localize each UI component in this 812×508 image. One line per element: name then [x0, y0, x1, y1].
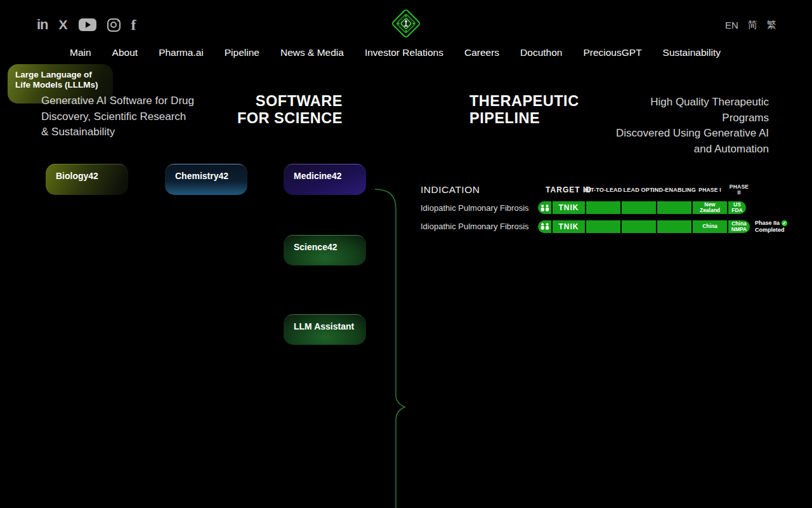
- phase-i-cell: China: [693, 220, 727, 233]
- nav-careers[interactable]: Careers: [464, 47, 499, 58]
- nav-investor-relations[interactable]: Investor Relations: [365, 47, 443, 58]
- pipeline-row-ipf-1[interactable]: Idiopathic Pulmonary Fibrosis TNIK New Z…: [421, 201, 801, 214]
- hit-to-lead-cell: [586, 201, 620, 214]
- page: in X f EN 简 繁 Main About Pharma.ai Pip: [0, 0, 812, 508]
- nav-pharma-ai[interactable]: Pharma.ai: [159, 47, 204, 58]
- col-target-id: TARGET ID: [553, 185, 585, 194]
- nav-main[interactable]: Main: [70, 47, 91, 58]
- hit-to-lead-cell: [586, 220, 620, 233]
- phase-i-cell: New Zealand: [693, 201, 727, 214]
- col-lead-opt: LEAD OPT.: [622, 187, 656, 193]
- facebook-icon[interactable]: f: [131, 17, 136, 33]
- target-id-cell: TNIK: [553, 220, 585, 233]
- nav-pipeline[interactable]: Pipeline: [225, 47, 259, 58]
- main-nav: Main About Pharma.ai Pipeline News & Med…: [70, 47, 721, 58]
- pipeline-row-ipf-2[interactable]: Idiopathic Pulmonary Fibrosis TNIK China…: [421, 220, 801, 233]
- medicine42-card[interactable]: Medicine42: [284, 164, 366, 195]
- science42-card[interactable]: Science42: [284, 235, 366, 265]
- social-links: in X f: [37, 17, 136, 33]
- col-phase-ii: PHASE II: [728, 184, 750, 196]
- software-for-science-title: SOFTWARE FOR SCIENCE: [216, 93, 343, 126]
- pipeline-header: INDICATION TARGET ID HIT-TO-LEAD LEAD OP…: [421, 184, 801, 196]
- therapeutic-pipeline-title: THERAPEUTIC PIPELINE: [469, 93, 579, 126]
- col-ind-enabling: IND-ENABLING: [657, 187, 691, 193]
- phase-ii-cell: US FDA: [728, 201, 746, 214]
- lead-opt-cell: [622, 201, 656, 214]
- nav-sustainability[interactable]: Sustainability: [663, 47, 721, 58]
- ind-enabling-cell: [657, 220, 691, 233]
- phase-note-line2: Completed: [755, 227, 785, 233]
- phase-ii-cell: China NMPA: [728, 220, 750, 233]
- connector-line: [355, 178, 419, 508]
- hero-right-text: High Quality Therapeutic Programs Discov…: [606, 95, 769, 157]
- pipeline-table: INDICATION TARGET ID HIT-TO-LEAD LEAD OP…: [421, 184, 801, 233]
- language-switcher: EN 简 繁: [725, 19, 776, 31]
- col-hit-to-lead: HIT-TO-LEAD: [586, 187, 620, 193]
- indication-header: INDICATION: [421, 184, 538, 196]
- lang-zh-traditional[interactable]: 繁: [767, 19, 776, 31]
- lead-opt-cell: [622, 220, 656, 233]
- indication-label: Idiopathic Pulmonary Fibrosis: [421, 203, 538, 213]
- phase-note: Phase IIa✓ Completed: [755, 220, 787, 233]
- ind-enabling-cell: [657, 201, 691, 214]
- check-icon: ✓: [782, 220, 787, 226]
- x-icon[interactable]: X: [59, 17, 68, 33]
- lang-zh-simplified[interactable]: 简: [748, 19, 757, 31]
- target-id-cell: TNIK: [553, 201, 585, 214]
- nav-preciousgpt[interactable]: PreciousGPT: [583, 47, 641, 58]
- biology42-card[interactable]: Biology42: [46, 164, 128, 195]
- indication-label: Idiopathic Pulmonary Fibrosis: [421, 222, 538, 231]
- instagram-icon[interactable]: [107, 17, 121, 33]
- nav-docuthon[interactable]: Docuthon: [520, 47, 562, 58]
- chemistry42-card[interactable]: Chemistry42: [165, 164, 247, 195]
- lang-en[interactable]: EN: [725, 20, 738, 30]
- llm-assistant-card[interactable]: LLM Assistant: [284, 314, 366, 345]
- patients-icon: [538, 201, 551, 214]
- nav-about[interactable]: About: [112, 47, 138, 58]
- nav-news-media[interactable]: News & Media: [280, 47, 344, 58]
- linkedin-icon[interactable]: in: [37, 17, 48, 33]
- hero-left-text: Generative AI Software for Drug Discover…: [41, 93, 206, 140]
- col-phase-i: PHASE I: [693, 187, 727, 193]
- company-logo-icon[interactable]: [390, 7, 422, 40]
- patients-icon: [538, 220, 551, 233]
- youtube-icon[interactable]: [79, 17, 96, 33]
- phase-note-line1: Phase IIa: [755, 220, 780, 226]
